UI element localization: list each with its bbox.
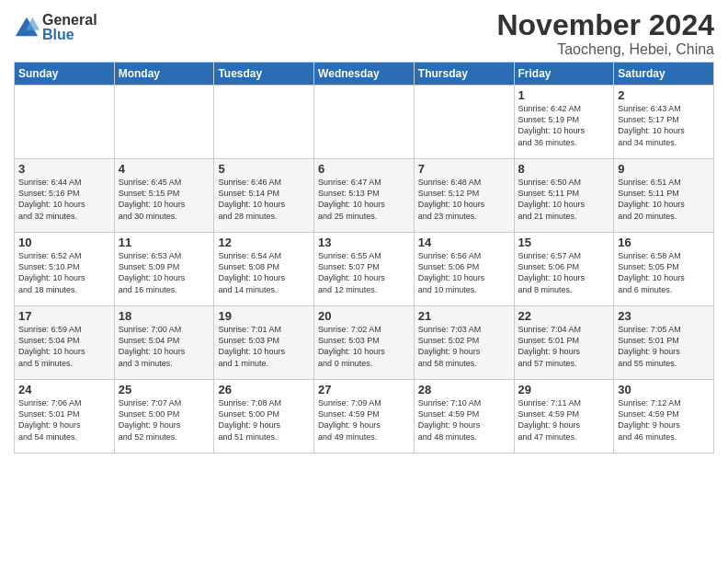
day-cell: 20Sunrise: 7:02 AM Sunset: 5:03 PM Dayli… <box>314 306 415 380</box>
day-info: Sunrise: 7:05 AM Sunset: 5:01 PM Dayligh… <box>618 324 710 369</box>
day-cell: 3Sunrise: 6:44 AM Sunset: 5:16 PM Daylig… <box>15 159 115 233</box>
day-info: Sunrise: 7:03 AM Sunset: 5:02 PM Dayligh… <box>418 324 510 369</box>
day-cell: 30Sunrise: 7:12 AM Sunset: 4:59 PM Dayli… <box>614 380 714 454</box>
day-info: Sunrise: 6:52 AM Sunset: 5:10 PM Dayligh… <box>18 250 110 295</box>
day-number: 23 <box>618 309 710 323</box>
day-cell: 24Sunrise: 7:06 AM Sunset: 5:01 PM Dayli… <box>15 380 115 454</box>
day-info: Sunrise: 7:07 AM Sunset: 5:00 PM Dayligh… <box>119 397 210 442</box>
day-info: Sunrise: 7:11 AM Sunset: 4:59 PM Dayligh… <box>518 397 610 442</box>
day-info: Sunrise: 7:01 AM Sunset: 5:03 PM Dayligh… <box>218 324 310 369</box>
day-cell: 27Sunrise: 7:09 AM Sunset: 4:59 PM Dayli… <box>314 380 415 454</box>
day-cell: 14Sunrise: 6:56 AM Sunset: 5:06 PM Dayli… <box>414 233 514 306</box>
day-info: Sunrise: 7:04 AM Sunset: 5:01 PM Dayligh… <box>518 324 610 369</box>
day-cell: 19Sunrise: 7:01 AM Sunset: 5:03 PM Dayli… <box>214 306 314 380</box>
day-number: 7 <box>418 162 510 176</box>
day-info: Sunrise: 7:00 AM Sunset: 5:04 PM Dayligh… <box>119 324 210 369</box>
day-number: 15 <box>518 236 610 249</box>
day-number: 2 <box>618 88 710 102</box>
day-info: Sunrise: 7:08 AM Sunset: 5:00 PM Dayligh… <box>218 397 310 442</box>
day-info: Sunrise: 6:54 AM Sunset: 5:08 PM Dayligh… <box>218 250 310 295</box>
day-cell <box>214 86 314 159</box>
column-header-wednesday: Wednesday <box>314 63 415 86</box>
day-number: 16 <box>618 236 710 249</box>
day-cell: 6Sunrise: 6:47 AM Sunset: 5:13 PM Daylig… <box>314 159 415 233</box>
day-number: 24 <box>18 383 110 396</box>
logo: General Blue <box>14 13 97 42</box>
day-number: 29 <box>518 383 610 396</box>
day-cell: 7Sunrise: 6:48 AM Sunset: 5:12 PM Daylig… <box>414 159 514 233</box>
day-number: 22 <box>518 309 610 323</box>
day-cell <box>314 86 415 159</box>
day-info: Sunrise: 6:46 AM Sunset: 5:14 PM Dayligh… <box>218 177 310 222</box>
header-row: SundayMondayTuesdayWednesdayThursdayFrid… <box>15 63 714 86</box>
day-cell: 1Sunrise: 6:42 AM Sunset: 5:19 PM Daylig… <box>514 86 614 159</box>
day-number: 9 <box>618 162 710 176</box>
day-number: 14 <box>418 236 510 249</box>
day-number: 20 <box>318 309 410 323</box>
day-info: Sunrise: 6:42 AM Sunset: 5:19 PM Dayligh… <box>518 103 610 148</box>
logo-icon <box>14 15 40 40</box>
day-info: Sunrise: 6:45 AM Sunset: 5:15 PM Dayligh… <box>119 177 210 222</box>
column-header-saturday: Saturday <box>614 63 714 86</box>
day-info: Sunrise: 6:58 AM Sunset: 5:05 PM Dayligh… <box>618 250 710 295</box>
day-cell: 29Sunrise: 7:11 AM Sunset: 4:59 PM Dayli… <box>514 380 614 454</box>
day-cell: 21Sunrise: 7:03 AM Sunset: 5:02 PM Dayli… <box>414 306 514 380</box>
logo-general: General <box>42 13 97 28</box>
day-cell: 16Sunrise: 6:58 AM Sunset: 5:05 PM Dayli… <box>614 233 714 306</box>
day-number: 13 <box>318 236 410 249</box>
day-cell <box>15 86 115 159</box>
column-header-monday: Monday <box>114 63 214 86</box>
day-cell: 17Sunrise: 6:59 AM Sunset: 5:04 PM Dayli… <box>15 306 115 380</box>
day-cell <box>414 86 514 159</box>
week-row-3: 10Sunrise: 6:52 AM Sunset: 5:10 PM Dayli… <box>15 233 714 306</box>
header: General Blue November 2024 Taocheng, Heb… <box>14 9 714 58</box>
day-info: Sunrise: 6:59 AM Sunset: 5:04 PM Dayligh… <box>18 324 110 369</box>
column-header-thursday: Thursday <box>414 63 514 86</box>
day-cell: 25Sunrise: 7:07 AM Sunset: 5:00 PM Dayli… <box>114 380 214 454</box>
day-cell: 15Sunrise: 6:57 AM Sunset: 5:06 PM Dayli… <box>514 233 614 306</box>
day-number: 21 <box>418 309 510 323</box>
logo-blue: Blue <box>42 28 97 42</box>
day-info: Sunrise: 7:06 AM Sunset: 5:01 PM Dayligh… <box>18 397 110 442</box>
day-cell: 13Sunrise: 6:55 AM Sunset: 5:07 PM Dayli… <box>314 233 415 306</box>
day-number: 11 <box>119 236 210 249</box>
day-number: 30 <box>618 383 710 396</box>
day-number: 28 <box>418 383 510 396</box>
day-info: Sunrise: 6:56 AM Sunset: 5:06 PM Dayligh… <box>418 250 510 295</box>
day-number: 12 <box>218 236 310 249</box>
month-title: November 2024 <box>496 9 714 41</box>
day-number: 4 <box>119 162 210 176</box>
day-info: Sunrise: 6:57 AM Sunset: 5:06 PM Dayligh… <box>518 250 610 295</box>
day-number: 10 <box>18 236 110 249</box>
week-row-5: 24Sunrise: 7:06 AM Sunset: 5:01 PM Dayli… <box>15 380 714 454</box>
day-cell: 11Sunrise: 6:53 AM Sunset: 5:09 PM Dayli… <box>114 233 214 306</box>
day-cell: 8Sunrise: 6:50 AM Sunset: 5:11 PM Daylig… <box>514 159 614 233</box>
day-cell <box>114 86 214 159</box>
column-header-tuesday: Tuesday <box>214 63 314 86</box>
week-row-1: 1Sunrise: 6:42 AM Sunset: 5:19 PM Daylig… <box>15 86 714 159</box>
day-number: 1 <box>518 88 610 102</box>
day-cell: 23Sunrise: 7:05 AM Sunset: 5:01 PM Dayli… <box>614 306 714 380</box>
day-number: 27 <box>318 383 410 396</box>
day-info: Sunrise: 6:44 AM Sunset: 5:16 PM Dayligh… <box>18 177 110 222</box>
day-info: Sunrise: 6:51 AM Sunset: 5:11 PM Dayligh… <box>618 177 710 222</box>
day-cell: 28Sunrise: 7:10 AM Sunset: 4:59 PM Dayli… <box>414 380 514 454</box>
day-number: 25 <box>119 383 210 396</box>
week-row-4: 17Sunrise: 6:59 AM Sunset: 5:04 PM Dayli… <box>15 306 714 380</box>
day-cell: 26Sunrise: 7:08 AM Sunset: 5:00 PM Dayli… <box>214 380 314 454</box>
column-header-friday: Friday <box>514 63 614 86</box>
day-info: Sunrise: 6:47 AM Sunset: 5:13 PM Dayligh… <box>318 177 410 222</box>
location: Taocheng, Hebei, China <box>496 41 714 58</box>
day-number: 8 <box>518 162 610 176</box>
day-number: 19 <box>218 309 310 323</box>
day-info: Sunrise: 6:55 AM Sunset: 5:07 PM Dayligh… <box>318 250 410 295</box>
day-info: Sunrise: 7:12 AM Sunset: 4:59 PM Dayligh… <box>618 397 710 442</box>
day-number: 17 <box>18 309 110 323</box>
day-info: Sunrise: 6:50 AM Sunset: 5:11 PM Dayligh… <box>518 177 610 222</box>
day-number: 18 <box>119 309 210 323</box>
day-info: Sunrise: 7:09 AM Sunset: 4:59 PM Dayligh… <box>318 397 410 442</box>
day-cell: 12Sunrise: 6:54 AM Sunset: 5:08 PM Dayli… <box>214 233 314 306</box>
day-cell: 4Sunrise: 6:45 AM Sunset: 5:15 PM Daylig… <box>114 159 214 233</box>
day-info: Sunrise: 6:53 AM Sunset: 5:09 PM Dayligh… <box>119 250 210 295</box>
day-cell: 18Sunrise: 7:00 AM Sunset: 5:04 PM Dayli… <box>114 306 214 380</box>
